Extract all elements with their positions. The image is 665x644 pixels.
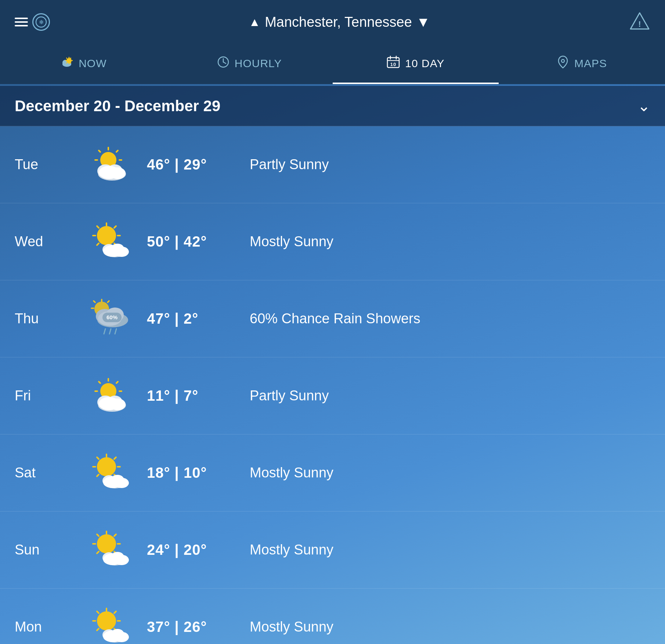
temp-range-thu: 47° | 2° (147, 310, 250, 327)
condition-sat: Mostly Sunny (250, 465, 333, 481)
app-logo-icon: ❄ (32, 13, 50, 31)
location-name: Manchester, Tennessee (265, 14, 412, 30)
weather-icon-wed (73, 222, 147, 262)
forecast-row-sun[interactable]: Sun 24° | 20° Mostly Sunny (0, 512, 665, 589)
svg-point-86 (97, 534, 116, 553)
day-label: Fri (15, 388, 73, 404)
now-icon (59, 56, 73, 71)
svg-line-108 (114, 611, 116, 613)
svg-line-57 (115, 329, 116, 334)
svg-line-107 (97, 629, 99, 630)
tab-now-label: NOW (79, 57, 106, 70)
tab-hourly-label: HOURLY (235, 57, 282, 70)
svg-point-71 (109, 399, 126, 410)
svg-text:60%: 60% (106, 314, 118, 320)
tab-maps-label: MAPS (574, 57, 607, 70)
svg-text:10: 10 (390, 62, 396, 67)
forecast-row-tue[interactable]: Tue 46° | 29° Partly Sun (0, 126, 665, 203)
svg-point-6 (66, 58, 72, 63)
forecast-row-sat[interactable]: Sat 18° | 10° Mostly Sunny (0, 434, 665, 512)
condition-mon: Mostly Sunny (250, 619, 333, 635)
navigation-tabs: NOW HOURLY 10 10 DAY (0, 44, 665, 84)
svg-line-35 (97, 226, 99, 228)
day-label: Sat (15, 465, 73, 481)
svg-point-99 (114, 555, 129, 565)
svg-line-80 (114, 457, 116, 459)
svg-line-37 (97, 243, 99, 245)
condition-sun: Mostly Sunny (250, 542, 333, 558)
svg-text:❄: ❄ (39, 19, 44, 25)
svg-line-24 (116, 150, 118, 152)
day-label: Thu (15, 311, 73, 327)
day-label: Wed (15, 234, 73, 250)
condition-thu: 60% Chance Rain Showers (250, 311, 420, 327)
svg-point-30 (97, 226, 116, 245)
temp-range-mon: 37° | 26° (147, 619, 250, 635)
svg-line-91 (97, 534, 99, 536)
svg-line-79 (97, 474, 99, 476)
calendar-icon: 10 (387, 56, 400, 71)
svg-point-29 (109, 167, 126, 179)
app-header: ❄ ▲ Manchester, Tennessee ▼ ! (0, 0, 665, 44)
svg-line-55 (104, 329, 105, 334)
location-arrow-icon: ▲ (249, 15, 261, 29)
day-label: Mon (15, 619, 73, 635)
svg-line-9 (223, 62, 226, 63)
svg-line-94 (114, 534, 116, 536)
forecast-list: Tue 46° | 29° Partly Sun (0, 126, 665, 644)
forecast-row-fri[interactable]: Fri 11° | 7° Partly Sunny (0, 357, 665, 434)
svg-line-66 (116, 382, 118, 383)
svg-line-56 (109, 329, 111, 334)
collapse-icon[interactable]: ⌄ (637, 97, 650, 115)
svg-point-100 (97, 611, 116, 630)
svg-line-63 (99, 382, 100, 383)
location-display[interactable]: ▲ Manchester, Tennessee ▼ (249, 14, 430, 30)
location-dropdown-icon: ▼ (416, 14, 430, 30)
weather-icon-tue (73, 145, 147, 185)
date-range-text: December 20 - December 29 (15, 97, 220, 115)
temp-range-wed: 50° | 42° (147, 233, 250, 250)
forecast-row-wed[interactable]: Wed 50° | 42° Mostly Sunny (0, 203, 665, 280)
svg-point-43 (114, 247, 129, 257)
svg-line-77 (97, 457, 99, 459)
tab-now[interactable]: NOW (0, 44, 166, 84)
header-left-controls: ❄ (15, 13, 50, 31)
weather-icon-thu: 60% (73, 299, 147, 339)
forecast-row-thu[interactable]: Thu 60% 47° (0, 280, 665, 357)
condition-tue: Partly Sunny (250, 157, 329, 172)
temp-range-tue: 46° | 29° (147, 156, 250, 173)
svg-line-46 (94, 301, 95, 302)
condition-fri: Partly Sunny (250, 388, 329, 404)
date-range-header[interactable]: December 20 - December 29 ⌄ (0, 86, 665, 126)
svg-line-105 (97, 611, 99, 613)
weather-icon-sat (73, 453, 147, 493)
forecast-row-mon[interactable]: Mon 37° | 26° Mostly Sunny (0, 589, 665, 644)
weather-icon-sun (73, 530, 147, 570)
svg-point-15 (561, 59, 564, 62)
svg-point-72 (97, 457, 116, 476)
clock-icon (217, 56, 230, 71)
day-label: Sun (15, 542, 73, 558)
map-icon (557, 55, 569, 72)
tab-hourly[interactable]: HOURLY (166, 44, 333, 84)
menu-icon[interactable] (15, 18, 28, 26)
temp-range-sat: 18° | 10° (147, 465, 250, 481)
temp-range-sun: 24° | 20° (147, 542, 250, 558)
svg-point-113 (114, 632, 129, 642)
svg-line-93 (97, 552, 99, 553)
svg-line-38 (114, 226, 116, 228)
tab-maps[interactable]: MAPS (499, 44, 665, 84)
day-label: Tue (15, 157, 73, 172)
weather-icon-mon (73, 607, 147, 644)
temp-range-fri: 11° | 7° (147, 388, 250, 404)
tab-10day-label: 10 DAY (405, 57, 444, 70)
svg-point-85 (114, 478, 129, 488)
svg-text:!: ! (638, 19, 641, 29)
alert-button[interactable]: ! (629, 11, 650, 33)
warning-icon: ! (629, 11, 650, 32)
condition-wed: Mostly Sunny (250, 234, 333, 250)
svg-line-47 (108, 301, 109, 302)
svg-line-21 (99, 150, 100, 152)
tab-10day[interactable]: 10 10 DAY (333, 44, 499, 84)
weather-icon-fri (73, 376, 147, 416)
